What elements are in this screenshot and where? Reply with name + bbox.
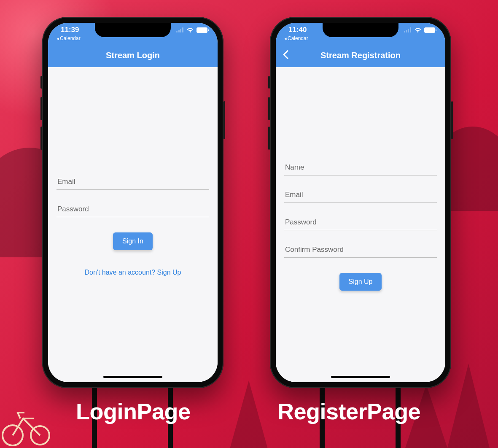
status-time: 11:39: [61, 26, 79, 34]
app-bar: Stream Registration: [276, 44, 445, 67]
cellular-icon: [176, 27, 184, 32]
phone-frame-login: 11:39 Calendar Stream Login Sign In Don'…: [42, 17, 223, 388]
cellular-icon: [404, 27, 412, 32]
sign-up-link[interactable]: Don't have an account? Sign Up: [57, 269, 209, 276]
email-field[interactable]: [57, 173, 209, 190]
name-field[interactable]: [284, 159, 437, 175]
app-bar-title: Stream Login: [106, 51, 160, 60]
phone-notch: [323, 23, 398, 37]
phone-notch: [95, 23, 171, 37]
login-form: Sign In Don't have an account? Sign Up: [48, 67, 218, 382]
wifi-icon: [414, 27, 422, 33]
status-time: 11:40: [288, 26, 307, 34]
sign-in-button[interactable]: Sign In: [113, 232, 153, 250]
status-back-app[interactable]: Calendar: [57, 35, 81, 41]
home-indicator[interactable]: [331, 376, 390, 378]
email-field[interactable]: [284, 186, 437, 203]
chevron-left-icon: [283, 50, 288, 59]
caption-login: LoginPage: [76, 398, 191, 424]
home-indicator[interactable]: [103, 376, 162, 378]
sign-up-button[interactable]: Sign Up: [339, 273, 382, 291]
phone-frame-register: 11:40 Calendar Stream Registration: [270, 17, 451, 388]
password-field[interactable]: [284, 214, 437, 230]
battery-icon: [197, 27, 207, 33]
back-button[interactable]: [283, 50, 288, 61]
status-back-app[interactable]: Calendar: [284, 35, 308, 41]
battery-icon: [424, 27, 435, 33]
app-bar-title: Stream Registration: [320, 51, 401, 60]
password-field[interactable]: [57, 201, 209, 217]
app-bar: Stream Login: [48, 44, 218, 67]
wifi-icon: [186, 27, 194, 33]
caption-register: RegisterPage: [277, 398, 420, 424]
confirm-password-field[interactable]: [284, 241, 437, 258]
register-form: Sign Up: [276, 67, 445, 382]
